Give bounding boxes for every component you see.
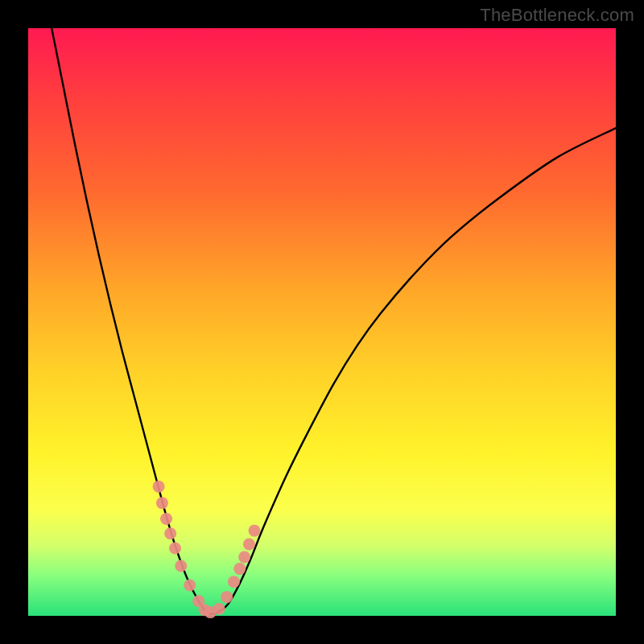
marker-dot <box>213 603 225 615</box>
watermark-text: TheBottleneck.com <box>480 5 634 26</box>
marker-dot <box>153 481 165 493</box>
marker-dot <box>221 591 233 603</box>
marker-dot <box>249 525 261 537</box>
marker-dot <box>175 559 187 572</box>
marker-dot <box>164 527 176 539</box>
chart-svg <box>28 28 616 616</box>
outer-frame: TheBottleneck.com <box>0 0 644 644</box>
marker-dot <box>156 497 168 509</box>
marker-dot <box>228 576 240 588</box>
marker-group <box>153 481 261 618</box>
plot-area <box>28 28 616 616</box>
marker-dot <box>243 538 255 550</box>
marker-dot <box>184 580 196 592</box>
marker-dot <box>169 543 181 555</box>
marker-dot <box>233 563 246 575</box>
bottleneck-curve <box>52 28 616 614</box>
marker-dot <box>238 551 250 564</box>
marker-dot <box>160 513 172 525</box>
